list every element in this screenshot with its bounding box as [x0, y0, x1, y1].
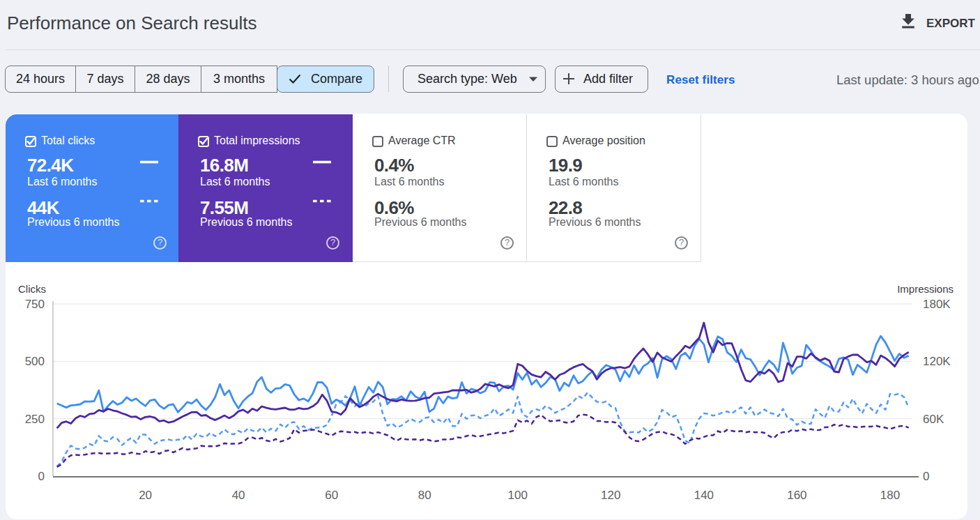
svg-text:120K: 120K [923, 355, 951, 368]
svg-text:Clicks: Clicks [18, 283, 46, 295]
svg-text:750: 750 [25, 298, 45, 311]
svg-text:160: 160 [787, 489, 806, 502]
svg-text:60K: 60K [923, 413, 944, 426]
svg-text:120: 120 [601, 489, 620, 502]
svg-text:500: 500 [25, 355, 45, 368]
svg-text:100: 100 [508, 489, 528, 502]
svg-text:250: 250 [25, 413, 45, 426]
svg-text:Impressions: Impressions [897, 283, 954, 295]
svg-text:180: 180 [880, 489, 900, 502]
svg-text:180K: 180K [923, 298, 951, 311]
svg-text:0: 0 [923, 470, 929, 483]
svg-text:80: 80 [418, 489, 431, 502]
svg-text:140: 140 [694, 489, 714, 502]
svg-text:0: 0 [38, 470, 45, 483]
svg-text:40: 40 [232, 489, 245, 502]
svg-text:20: 20 [139, 489, 152, 502]
svg-text:60: 60 [325, 489, 338, 502]
